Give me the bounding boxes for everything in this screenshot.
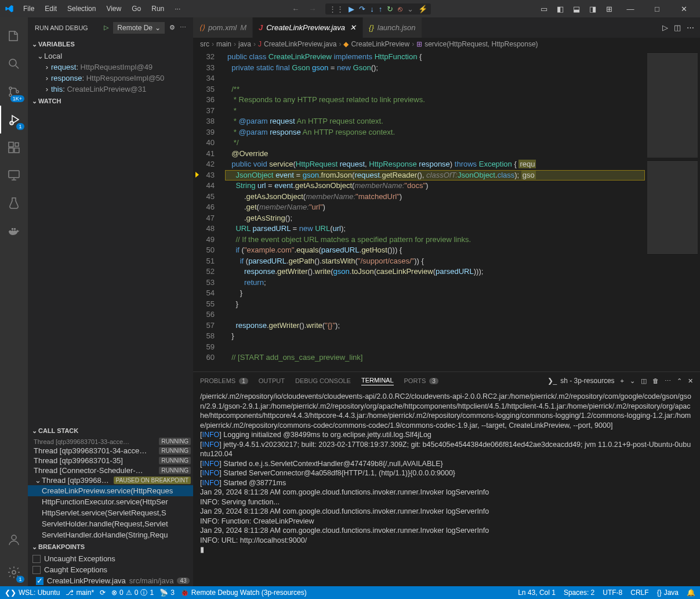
split-icon[interactable]: ◫ xyxy=(674,23,681,32)
var-response[interactable]: ›response: HttpResponseImpl@50 xyxy=(34,73,193,84)
thread-row[interactable]: Thread [Connector-Scheduler-…RUNNING xyxy=(28,466,193,475)
activity-extensions[interactable] xyxy=(0,133,28,161)
sb-branch[interactable]: ⎇main* xyxy=(66,589,94,597)
menu-view[interactable]: View xyxy=(101,2,126,15)
section-variables[interactable]: ⌄VARIABLES xyxy=(28,38,193,50)
more-icon[interactable]: ⋯ xyxy=(687,23,694,32)
sb-debug[interactable]: 🐞Remote Debug Watch (3p-resources) xyxy=(180,589,307,597)
trash-icon[interactable]: 🗑 xyxy=(652,377,659,384)
var-this[interactable]: ›this: CreateLinkPreview@31 xyxy=(34,84,193,95)
activity-explorer[interactable] xyxy=(0,22,28,50)
stack-frame[interactable]: CreateLinkPreview.service(HttpReques xyxy=(28,485,193,496)
close-icon[interactable]: ✕ xyxy=(672,1,695,17)
checkbox[interactable] xyxy=(32,555,41,563)
activity-source-control[interactable]: 1K+ xyxy=(0,78,28,106)
close-icon[interactable]: ✕ xyxy=(688,377,693,385)
panel-debug-console[interactable]: DEBUG CONSOLE xyxy=(295,377,351,384)
run-config-select[interactable]: Remote De ⌄ xyxy=(113,22,165,34)
activity-docker[interactable] xyxy=(0,217,28,245)
step-into-icon[interactable]: ↓ xyxy=(370,5,374,13)
tab-launch[interactable]: {}launch.json xyxy=(363,17,422,38)
run-icon[interactable]: ▷ xyxy=(662,23,668,32)
menu-file[interactable]: File xyxy=(19,2,39,15)
maximize-icon[interactable]: □ xyxy=(645,1,669,17)
close-icon[interactable]: ✕ xyxy=(349,24,357,32)
nav-forward-icon[interactable]: → xyxy=(309,5,316,13)
sb-position[interactable]: Ln 43, Col 1 xyxy=(518,589,556,597)
thread-row[interactable]: Thread [qtp399683701-34-acce…RUNNING xyxy=(28,446,193,456)
split-terminal-icon[interactable]: ◫ xyxy=(641,377,647,385)
section-watch[interactable]: ⌄WATCH xyxy=(28,95,193,107)
minimap[interactable] xyxy=(645,50,700,371)
activity-testing[interactable] xyxy=(0,189,28,217)
scope-local[interactable]: ⌄Local xyxy=(34,50,193,62)
menu-more[interactable]: ··· xyxy=(170,2,185,15)
breadcrumb[interactable]: src› main› java› JCreateLinkPreview.java… xyxy=(193,38,700,50)
more-icon[interactable]: ⋯ xyxy=(180,24,186,31)
layout-customize-icon[interactable]: ⊞ xyxy=(603,2,615,15)
step-over-icon[interactable]: ↷ xyxy=(359,5,365,13)
activity-account[interactable] xyxy=(0,526,28,554)
sb-sync[interactable]: ⟳ xyxy=(100,589,106,597)
menu-go[interactable]: Go xyxy=(127,2,146,15)
new-terminal-icon[interactable]: + xyxy=(621,377,624,384)
debug-chevron-icon[interactable]: ⌄ xyxy=(407,5,414,13)
sb-remote[interactable]: ❮❯WSL: Ubuntu xyxy=(5,589,60,597)
layout-panel-icon[interactable]: ▭ xyxy=(538,2,550,15)
layout-sidebar-left-icon[interactable]: ◧ xyxy=(554,2,567,15)
chevron-down-icon[interactable]: ⌄ xyxy=(630,377,635,385)
panel-terminal[interactable]: TERMINAL xyxy=(361,377,394,385)
sb-spaces[interactable]: Spaces: 2 xyxy=(564,589,594,597)
code-editor[interactable]: public class CreateLinkPreview implement… xyxy=(225,50,645,371)
minimize-icon[interactable]: ― xyxy=(619,1,642,17)
chevron-up-icon[interactable]: ⌃ xyxy=(677,377,682,385)
terminal-output[interactable]: /pierrick/.m2/repository/io/cloudevents/… xyxy=(193,389,700,586)
start-debug-icon[interactable]: ▷ xyxy=(104,24,108,31)
section-breakpoints[interactable]: ⌄BREAKPOINTS xyxy=(28,540,193,553)
continue-icon[interactable]: ▶ xyxy=(349,5,354,13)
more-icon[interactable]: ⋯ xyxy=(665,377,671,385)
thread-row[interactable]: ⌄Thread [qtp39968…PAUSED ON BREAKPOINT xyxy=(28,475,193,485)
restart-icon[interactable]: ↻ xyxy=(387,5,393,13)
sb-problems[interactable]: ⊗0 ⚠0 ⓘ1 xyxy=(111,588,154,598)
tab-createlinkpreview[interactable]: JCreateLinkPreview.java✕ xyxy=(253,17,363,38)
panel-output[interactable]: OUTPUT xyxy=(259,377,285,384)
sb-lang[interactable]: {}Java xyxy=(657,589,679,597)
bp-uncaught[interactable]: Uncaught Exceptions xyxy=(28,553,193,564)
layout-sidebar-bottom-icon[interactable]: ⬓ xyxy=(570,2,583,15)
panel-ports[interactable]: PORTS3 xyxy=(404,377,438,384)
bp-file[interactable]: ✓CreateLinkPreview.javasrc/main/java43 xyxy=(28,575,193,586)
menu-edit[interactable]: Edit xyxy=(40,2,61,15)
activity-settings[interactable]: 1 xyxy=(0,558,28,586)
thread-row[interactable]: Thread [qtp399683701-35]RUNNING xyxy=(28,456,193,466)
activity-remote[interactable] xyxy=(0,161,28,189)
menu-selection[interactable]: Selection xyxy=(63,2,100,15)
nav-back-icon[interactable]: ← xyxy=(292,5,299,13)
bp-caught[interactable]: Caught Exceptions xyxy=(28,564,193,575)
disconnect-icon[interactable]: ⎋ xyxy=(398,5,402,13)
drag-handle-icon[interactable]: ⋮⋮ xyxy=(329,5,344,13)
terminal-select[interactable]: ❯_sh - 3p-resources xyxy=(547,377,615,385)
gear-icon[interactable]: ⚙ xyxy=(169,24,175,31)
layout-sidebar-right-icon[interactable]: ◨ xyxy=(586,2,599,15)
stack-frame[interactable]: ServletHolder.handle(Request,Servlet xyxy=(28,518,193,529)
gutter[interactable]: 3233343536373839404142434445464748495051… xyxy=(193,50,225,371)
panel-problems[interactable]: PROBLEMS1 xyxy=(200,377,248,384)
hot-reload-icon[interactable]: ⚡ xyxy=(418,5,427,13)
step-out-icon[interactable]: ↑ xyxy=(379,5,383,13)
var-request[interactable]: ›request: HttpRequestImpl@49 xyxy=(34,62,193,73)
stack-frame[interactable]: HttpServlet.service(ServletRequest,S xyxy=(28,507,193,518)
section-callstack[interactable]: ⌄CALL STACK xyxy=(28,424,193,437)
sb-notifications[interactable]: 🔔 xyxy=(687,589,695,597)
menu-run[interactable]: Run xyxy=(147,2,169,15)
activity-search[interactable] xyxy=(0,50,28,78)
activity-debug[interactable]: 1 xyxy=(0,106,28,133)
sb-ports[interactable]: 📡3 xyxy=(159,589,175,597)
checkbox[interactable] xyxy=(32,566,41,574)
sb-encoding[interactable]: UTF-8 xyxy=(603,589,622,597)
stack-frame[interactable]: HttpFunctionExecutor.service(HttpSer xyxy=(28,496,193,507)
sb-eol[interactable]: CRLF xyxy=(630,589,648,597)
tab-pom[interactable]: ⟨⟩pom.xmlM xyxy=(193,17,253,38)
stack-frame[interactable]: ServletHandler.doHandle(String,Requ xyxy=(28,529,193,540)
checkbox[interactable]: ✓ xyxy=(36,577,43,585)
